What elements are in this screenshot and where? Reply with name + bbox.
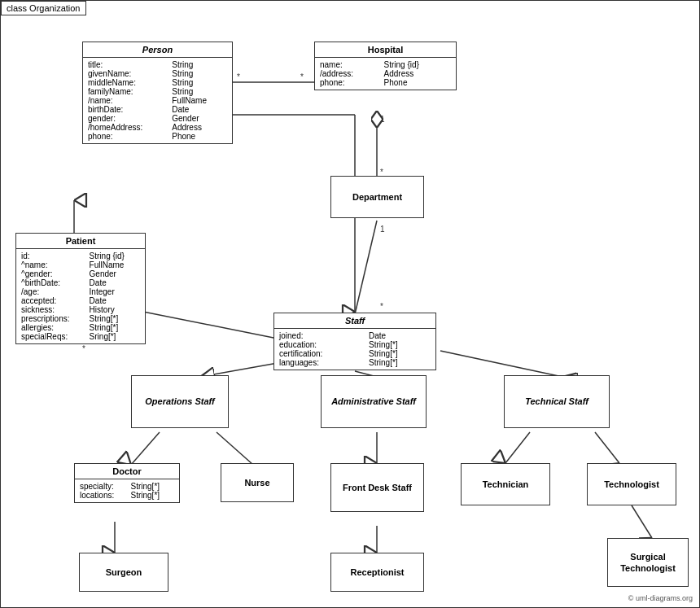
doctor-class: Doctor specialty:String[*] locations:Str… [74, 463, 180, 503]
svg-line-18 [505, 432, 530, 463]
hospital-class: Hospital name:String {id} /address:Addre… [314, 42, 457, 90]
svg-line-22 [632, 505, 652, 538]
staff-class: Staff joined:Date education:String[*] ce… [273, 313, 436, 370]
person-body: title:String givenName:String middleName… [83, 58, 232, 143]
mult-patient-star: * [82, 344, 85, 353]
mult-hospital-person: * [300, 72, 304, 81]
hospital-header: Hospital [315, 42, 456, 58]
staff-body: joined:Date education:String[*] certific… [274, 329, 435, 370]
mult-dept-staff-star: * [380, 302, 383, 311]
doctor-header: Doctor [75, 464, 179, 479]
hospital-body: name:String {id} /address:Address phone:… [315, 58, 456, 90]
receptionist-class: Receptionist [330, 553, 424, 592]
tech-staff-class: Technical Staff [504, 375, 610, 428]
person-class: Person title:String givenName:String mid… [82, 42, 233, 144]
surgeon-class: Surgeon [79, 553, 168, 592]
staff-header: Staff [274, 313, 435, 329]
person-header: Person [83, 42, 232, 58]
svg-line-19 [595, 432, 619, 463]
technologist-class: Technologist [587, 463, 676, 505]
svg-line-15 [131, 432, 160, 465]
front-desk-class: Front Desk Staff [330, 463, 424, 512]
svg-line-23 [135, 310, 278, 339]
copyright: © uml-diagrams.org [628, 594, 693, 602]
department-class: Department [330, 176, 424, 218]
operations-staff-class: Operations Staff [131, 375, 229, 428]
mult-dept-staff-1: 1 [380, 225, 385, 234]
svg-line-16 [217, 432, 253, 465]
mult-person-hospital: * [237, 72, 240, 81]
surgical-tech-class: Surgical Technologist [607, 538, 689, 587]
patient-body: id:String {id} ^name:FullName ^gender:Ge… [16, 249, 145, 343]
nurse-class: Nurse [221, 463, 294, 502]
technician-class: Technician [461, 463, 550, 505]
admin-staff-class: Administrative Staff [321, 375, 427, 428]
patient-header: Patient [16, 234, 145, 249]
diagram-title: class Organization [1, 1, 86, 15]
doctor-body: specialty:String[*] locations:String[*] [75, 479, 179, 502]
patient-class: Patient id:String {id} ^name:FullName ^g… [15, 233, 146, 344]
mult-hospital-dept-1: 1 [380, 115, 385, 124]
svg-line-10 [355, 221, 377, 314]
diagram-container: class Organization [0, 0, 700, 608]
svg-line-14 [440, 351, 562, 377]
